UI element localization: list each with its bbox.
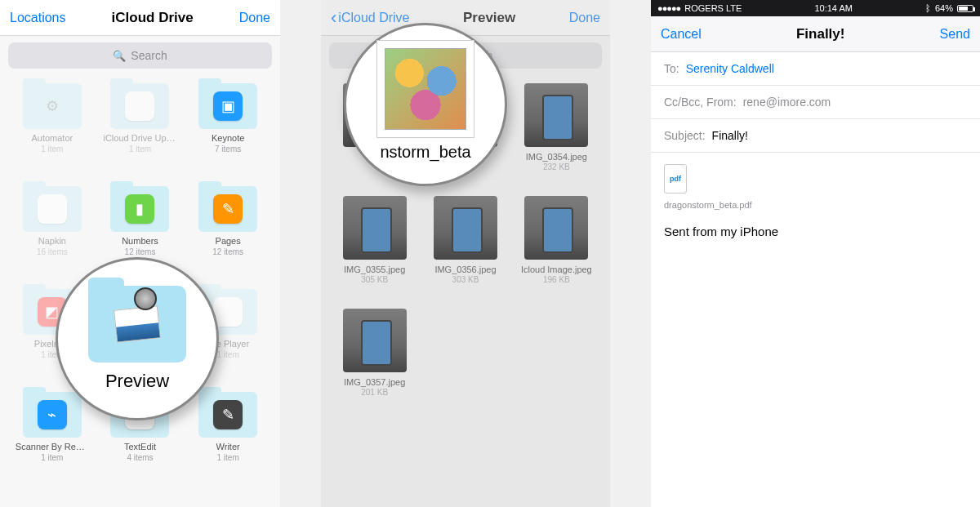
image-item[interactable]: IMG_0356.jpeg 303 KB <box>420 196 510 305</box>
pdf-thumbnail[interactable] <box>376 40 474 138</box>
image-size: 196 KB <box>543 275 570 284</box>
done-button[interactable]: Done <box>569 11 600 25</box>
magnifier-label: nstorm_beta <box>380 143 470 162</box>
folder-icon: ✎ <box>198 186 257 232</box>
folder-label: TextEdit <box>124 442 156 451</box>
folder-item[interactable]: iCloud Drive Upgrad… 1 item <box>96 83 185 181</box>
folder-item[interactable]: ✎ Pages 12 items <box>184 186 272 284</box>
image-name: IMG_0355.jpeg <box>344 265 405 274</box>
battery-label: 64% <box>935 3 953 13</box>
image-thumbnail <box>434 196 497 260</box>
folder-icon: ⌁ <box>23 392 82 438</box>
nav-title: Finally! <box>796 26 845 42</box>
bluetooth-icon: ᛒ <box>925 3 931 13</box>
cancel-button[interactable]: Cancel <box>661 27 702 42</box>
image-thumbnail <box>524 83 588 147</box>
scanner-icon: ⌁ <box>38 400 67 429</box>
folder-sublabel: 7 items <box>215 145 241 153</box>
signature-text[interactable]: Sent from my iPhone <box>651 221 980 242</box>
done-button[interactable]: Done <box>239 11 270 25</box>
folder-label: Numbers <box>122 236 158 246</box>
signal-icon: ●●●●● <box>657 3 680 13</box>
search-placeholder: Search <box>131 49 167 62</box>
subject-value: Finally! <box>712 129 748 142</box>
search-icon: 🔍 <box>113 50 126 62</box>
napkin-icon: ▦ <box>38 194 67 224</box>
attachment-block[interactable]: pdf dragonstorm_beta.pdf <box>651 153 980 221</box>
folder-sublabel: 1 item <box>41 145 63 153</box>
writer-icon: ✎ <box>213 400 243 429</box>
loupe-icon <box>134 287 157 310</box>
navbar: Locations iCloud Drive Done <box>0 0 280 36</box>
image-thumbnail <box>343 309 407 372</box>
subject-label: Subject: <box>664 129 706 142</box>
image-size: 201 KB <box>361 388 388 397</box>
back-button[interactable]: ‹ iCloud Drive <box>331 9 409 27</box>
image-name: Icloud Image.jpeg <box>521 265 592 274</box>
subject-field[interactable]: Subject: Finally! <box>651 119 980 153</box>
folder-item[interactable]: ⌁ Scanner By Readdle 1 item <box>8 392 96 490</box>
to-field[interactable]: To: Serenity Caldwell <box>651 52 980 86</box>
folder-item[interactable]: ▣ Keynote 7 items <box>184 83 272 181</box>
generic-icon <box>125 91 154 121</box>
mail-body: To: Serenity Caldwell Cc/Bcc, From: rene… <box>651 52 980 507</box>
numbers-icon: ▮ <box>125 194 154 224</box>
folder-sublabel: 1 item <box>41 453 63 462</box>
image-size: 303 KB <box>452 275 479 284</box>
image-item[interactable]: IMG_0355.jpeg 305 KB <box>329 196 420 305</box>
preview-folder-icon[interactable] <box>88 286 186 362</box>
folder-item[interactable]: ▦ Napkin 16 items <box>8 186 96 284</box>
image-thumbnail <box>343 196 407 260</box>
search-field[interactable]: 🔍 Search <box>8 42 272 69</box>
image-name: IMG_0356.jpeg <box>434 265 496 274</box>
image-name: IMG_0357.jpeg <box>344 377 405 387</box>
cc-label: Cc/Bcc, From: <box>664 96 737 109</box>
icloud-drive-panel: Locations iCloud Drive Done 🔍 Search ⚙ A… <box>0 0 280 507</box>
pages-icon: ✎ <box>213 194 243 224</box>
locations-button[interactable]: Locations <box>10 11 66 25</box>
chevron-left-icon: ‹ <box>331 9 336 27</box>
magnifier-preview-folder: Preview <box>56 257 219 420</box>
folder-label: iCloud Drive Upgrad… <box>103 133 176 143</box>
quicktime-icon: Q <box>213 297 243 327</box>
keynote-icon: ▣ <box>213 91 243 121</box>
pdf-icon: pdf <box>664 164 687 193</box>
from-value: rene@imore.com <box>743 96 831 109</box>
image-item[interactable]: IMG_0357.jpeg 201 KB <box>329 309 420 418</box>
image-item[interactable]: Icloud Image.jpeg 196 KB <box>511 196 602 305</box>
folder-sublabel: 12 items <box>212 247 243 256</box>
image-item[interactable]: IMG_0354.jpeg 232 KB <box>511 83 602 193</box>
to-label: To: <box>664 62 679 75</box>
folder-label: Keynote <box>212 133 244 143</box>
cc-from-field[interactable]: Cc/Bcc, From: rene@imore.com <box>651 86 980 119</box>
folder-sublabel: 1 item <box>217 350 239 359</box>
navbar: ‹ iCloud Drive Preview Done <box>321 0 610 36</box>
status-bar: ●●●●● ROGERS LTE 10:14 AM ᛒ 64% <box>651 0 980 16</box>
nav-title: Preview <box>463 10 515 26</box>
folder-sublabel: 4 items <box>127 453 153 462</box>
magnifier-label: Preview <box>105 371 169 392</box>
image-thumbnail <box>524 196 588 260</box>
folder-sublabel: 16 items <box>37 247 68 256</box>
photos-icon <box>114 305 161 342</box>
folder-label: Writer <box>216 442 240 451</box>
folder-icon: ▮ <box>110 186 169 232</box>
send-button[interactable]: Send <box>940 27 970 42</box>
folder-icon: ▦ <box>23 186 82 232</box>
image-name: IMG_0354.jpeg <box>526 152 587 162</box>
folder-item[interactable]: ✎ Writer 1 item <box>184 392 272 490</box>
battery-icon <box>957 5 973 12</box>
attachment-name: dragonstorm_beta.pdf <box>664 200 752 210</box>
nav-title: iCloud Drive <box>112 10 194 26</box>
folder-sublabel: 12 items <box>125 247 156 256</box>
to-value[interactable]: Serenity Caldwell <box>686 62 774 75</box>
folder-icon: ✎ <box>198 392 257 438</box>
folder-label: Napkin <box>38 236 66 246</box>
folder-icon: ⚙ <box>23 83 82 129</box>
image-size: 232 KB <box>543 162 570 171</box>
folder-icon <box>110 83 169 129</box>
mail-compose-panel: ●●●●● ROGERS LTE 10:14 AM ᛒ 64% Cancel F… <box>651 0 980 507</box>
folder-sublabel: 1 item <box>129 145 151 153</box>
folder-item[interactable]: ⚙ Automator 1 item <box>8 83 96 181</box>
folder-label: Pages <box>216 236 241 246</box>
